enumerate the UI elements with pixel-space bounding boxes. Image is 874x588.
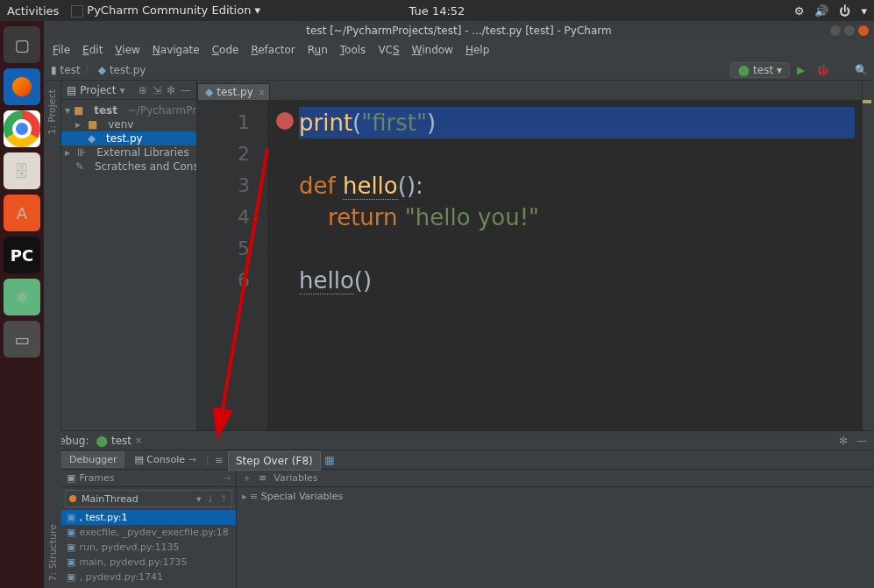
- menu-file[interactable]: File: [53, 44, 70, 56]
- pyfile-icon: ◆: [98, 64, 106, 76]
- power-icon[interactable]: ⏻: [839, 4, 850, 18]
- launcher-chrome[interactable]: [4, 110, 40, 147]
- console-tab[interactable]: ▤ Console →: [126, 451, 203, 468]
- stack-frame[interactable]: ▣ , pydevd.py:1741: [61, 570, 236, 584]
- editor-tab-testpy[interactable]: ◆ test.py ×: [197, 83, 270, 100]
- menu-view[interactable]: View: [115, 44, 139, 56]
- unity-launcher: ▢ 🗄 A PC ⚛ ▭: [0, 21, 44, 588]
- window-minimize[interactable]: [830, 25, 841, 36]
- launcher-atom[interactable]: ⚛: [4, 279, 40, 315]
- stack-frame[interactable]: ▣ run, pydevd.py:1135: [61, 540, 236, 555]
- folder-icon: ▮: [51, 64, 57, 76]
- debug-button[interactable]: 🐞: [816, 64, 828, 76]
- breakpoint-icon[interactable]: [276, 112, 294, 130]
- special-variables[interactable]: Special Variables: [261, 491, 343, 502]
- hide-icon[interactable]: —: [181, 84, 191, 96]
- python-icon: ⬤: [738, 64, 750, 76]
- variables-icon: ≡: [259, 472, 266, 484]
- launcher-files[interactable]: 🗄: [4, 152, 40, 189]
- structure-tool-button[interactable]: 7: Structure: [47, 524, 59, 581]
- run-button[interactable]: ▶: [797, 64, 809, 76]
- collapse-icon[interactable]: ⇲: [153, 84, 161, 96]
- pyfile-icon: ◆: [205, 86, 213, 98]
- editor-area: ◆ test.py × 123456 print("first") def he…: [197, 81, 862, 430]
- code-editor[interactable]: 123456 print("first") def hello(): retur…: [197, 100, 862, 430]
- project-icon: ▤: [67, 84, 76, 96]
- menu-refactor[interactable]: Refactor: [251, 44, 295, 56]
- variables-panel: ＋ ≡ Variables ▸ ≡ Special Variables: [237, 470, 874, 588]
- ubuntu-top-bar: Activities PyCharm Community Edition ▾ T…: [0, 0, 874, 21]
- thread-status-icon: [69, 495, 76, 502]
- menu-tools[interactable]: Tools: [340, 44, 366, 56]
- project-tree[interactable]: ▾■ test ~/PycharmProjects ▸■ venv ◆ test…: [61, 100, 196, 177]
- network-icon[interactable]: ⚙: [794, 4, 805, 18]
- menu-run[interactable]: Run: [308, 44, 328, 56]
- project-view-selector[interactable]: ▤ Project ▾: [67, 84, 133, 96]
- autoscroll-icon[interactable]: ⊕: [139, 84, 147, 96]
- debug-tool-window: Debug: ⬤ test × ✻ — Debugger ▤ Console →…: [44, 430, 874, 588]
- tree-file-testpy[interactable]: ◆ test.py: [61, 131, 196, 145]
- pycharm-window: test [~/PycharmProjects/test] - .../test…: [44, 21, 874, 588]
- search-everywhere-button[interactable]: 🔍: [855, 64, 867, 76]
- menu-caret-icon[interactable]: ▾: [861, 4, 867, 18]
- hide-icon[interactable]: —: [856, 435, 867, 447]
- menu-code[interactable]: Code: [212, 44, 239, 56]
- stop-button[interactable]: [835, 64, 848, 76]
- breadcrumb[interactable]: ▮ test 〉 ◆ test.py: [51, 62, 146, 77]
- window-titlebar: test [~/PycharmProjects/test] - .../test…: [44, 21, 874, 40]
- navigation-bar: ▮ test 〉 ◆ test.py ⬤ test ▾ ▶ 🐞 🔍: [44, 60, 874, 81]
- project-tool-window: ▤ Project ▾ ⊕ ⇲ ✻ — ▾■ test ~/PycharmPro…: [61, 81, 197, 430]
- launcher-pycharm[interactable]: PC: [4, 237, 40, 273]
- stack-frame[interactable]: ▣ execfile, _pydev_execfile.py:18: [61, 525, 236, 540]
- window-maximize[interactable]: [844, 25, 855, 36]
- add-watch-icon[interactable]: ＋: [242, 471, 252, 485]
- frames-panel: ▣Frames→ MainThread ▾ ↓↑ ▣ , test.py:1▣ …: [61, 470, 237, 588]
- window-close[interactable]: [858, 25, 869, 36]
- clock[interactable]: Tue 14:52: [409, 4, 465, 18]
- stack-frame[interactable]: ▣ , test.py:1: [61, 510, 236, 525]
- frames-icon: ▣: [67, 472, 75, 484]
- step-over-tooltip: Step Over (F8): [228, 451, 321, 471]
- show-execution-point-icon[interactable]: ≡: [211, 452, 227, 468]
- menu-edit[interactable]: Edit: [82, 44, 103, 56]
- debug-session-tab[interactable]: ⬤ test ×: [96, 435, 143, 447]
- launcher-terminal[interactable]: ▢: [4, 26, 40, 63]
- python-icon: ⬤: [96, 435, 108, 447]
- menu-window[interactable]: Window: [412, 44, 453, 56]
- evaluate-expression-button[interactable]: ▦: [322, 452, 338, 468]
- volume-icon[interactable]: 🔊: [814, 4, 828, 18]
- stack-frame[interactable]: ▣ main, pydevd.py:1735: [61, 555, 236, 570]
- main-menu: File Edit View Navigate Code Refactor Ru…: [44, 40, 874, 60]
- run-config-selector[interactable]: ⬤ test ▾: [730, 62, 790, 78]
- menu-navigate[interactable]: Navigate: [153, 44, 200, 56]
- launcher-firefox[interactable]: [4, 68, 40, 105]
- menu-help[interactable]: Help: [465, 44, 489, 56]
- console-icon: ▤: [134, 454, 143, 465]
- thread-selector[interactable]: MainThread ▾ ↓↑: [65, 490, 232, 507]
- launcher-software[interactable]: A: [4, 195, 40, 231]
- close-tab-icon[interactable]: ×: [258, 88, 265, 97]
- project-tool-button[interactable]: 1: Project: [46, 89, 58, 135]
- debugger-tab[interactable]: Debugger: [61, 451, 124, 468]
- launcher-sublime[interactable]: ▭: [4, 321, 40, 358]
- gear-icon[interactable]: ✻: [839, 435, 848, 447]
- gear-icon[interactable]: ✻: [167, 84, 175, 96]
- activities-button[interactable]: Activities: [7, 4, 59, 18]
- menu-vcs[interactable]: VCS: [378, 44, 399, 56]
- left-tool-strip: 1: Project: [44, 81, 61, 430]
- scratches-icon: ✎: [75, 160, 84, 173]
- app-menu[interactable]: PyCharm Community Edition ▾: [71, 4, 260, 18]
- window-title: test [~/PycharmProjects/test] - .../test…: [306, 25, 611, 37]
- right-gutter: [862, 81, 874, 430]
